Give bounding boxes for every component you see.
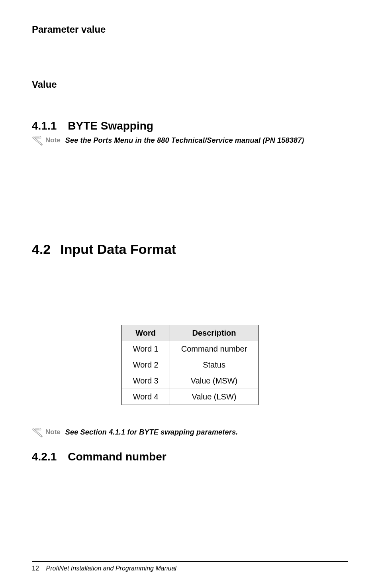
table-cell-word: Word 3 bbox=[121, 373, 170, 389]
table-row: Word 2 Status bbox=[121, 357, 259, 373]
table-cell-word: Word 2 bbox=[121, 357, 170, 373]
table-header-description: Description bbox=[170, 325, 259, 341]
word-description-table: Word Description Word 1 Command number W… bbox=[121, 325, 259, 405]
heading-input-data-format: 4.2 Input Data Format bbox=[32, 242, 348, 257]
table-cell-desc: Status bbox=[170, 357, 259, 373]
table-header-row: Word Description bbox=[121, 325, 259, 341]
heading-parameter-value: Parameter value bbox=[32, 24, 348, 35]
note-text: See the Ports Menu in the 880 Technical/… bbox=[65, 136, 304, 145]
heading-title: BYTE Swapping bbox=[68, 120, 153, 132]
table-cell-word: Word 4 bbox=[121, 389, 170, 405]
table-cell-word: Word 1 bbox=[121, 341, 170, 357]
note-label: Note bbox=[45, 136, 61, 144]
note-byte-swap: Note See Section 4.1.1 for BYTE swapping… bbox=[32, 427, 348, 438]
page-footer: 12 ProfiNet Installation and Programming… bbox=[32, 561, 348, 572]
heading-number: 4.2.1 bbox=[32, 450, 57, 463]
table-row: Word 4 Value (LSW) bbox=[121, 389, 259, 405]
heading-command-number: 4.2.1 Command number bbox=[32, 450, 348, 463]
table-row: Word 1 Command number bbox=[121, 341, 259, 357]
note-ports-menu: Note See the Ports Menu in the 880 Techn… bbox=[32, 135, 348, 146]
heading-value: Value bbox=[32, 79, 348, 90]
note-text: See Section 4.1.1 for BYTE swapping para… bbox=[65, 428, 238, 437]
table-row: Word 3 Value (MSW) bbox=[121, 373, 259, 389]
heading-number: 4.1.1 bbox=[32, 120, 57, 132]
note-label: Note bbox=[45, 428, 61, 436]
footer-title: ProfiNet Installation and Programming Ma… bbox=[46, 565, 176, 572]
table-cell-desc: Command number bbox=[170, 341, 259, 357]
note-icon bbox=[32, 427, 43, 438]
table-cell-desc: Value (LSW) bbox=[170, 389, 259, 405]
table-cell-desc: Value (MSW) bbox=[170, 373, 259, 389]
footer-page-number: 12 bbox=[32, 565, 39, 572]
heading-number: 4.2 bbox=[32, 242, 51, 257]
heading-byte-swapping: 4.1.1 BYTE Swapping bbox=[32, 120, 348, 132]
heading-title: Input Data Format bbox=[60, 242, 176, 257]
note-icon bbox=[32, 135, 43, 146]
table-header-word: Word bbox=[121, 325, 170, 341]
heading-title: Command number bbox=[68, 450, 166, 463]
